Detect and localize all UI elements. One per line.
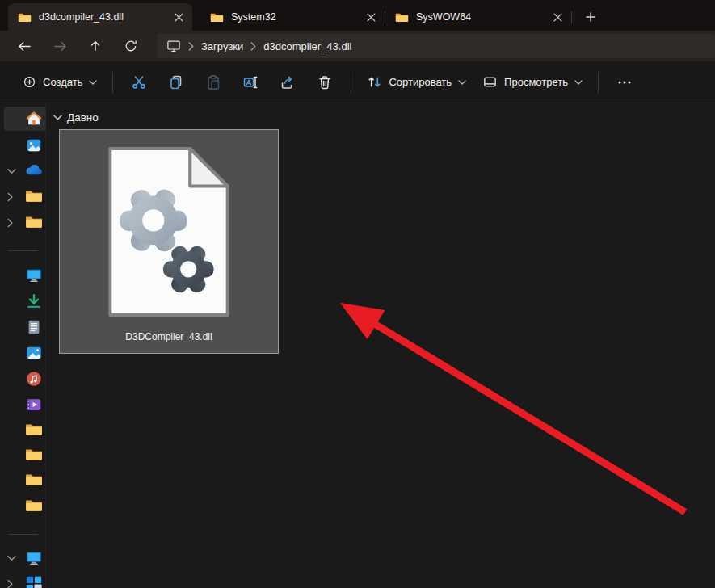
sidebar-item-downloads[interactable] — [0, 288, 46, 314]
back-arrow-icon — [18, 40, 32, 52]
sidebar-item-onedrive[interactable] — [0, 158, 46, 184]
paste-button[interactable] — [195, 69, 232, 96]
desktop-icon — [25, 267, 43, 284]
this-pc-icon — [166, 40, 181, 52]
group-header[interactable]: Давно — [53, 111, 99, 124]
sidebar-item-documents[interactable] — [0, 314, 46, 340]
sidebar-item-folder[interactable] — [0, 443, 46, 468]
network-icon — [25, 575, 43, 588]
tab-label: d3dcompiler_43.dll — [39, 11, 164, 23]
this-pc-icon — [25, 549, 43, 567]
plus-icon — [586, 12, 595, 22]
chevron-down-icon — [458, 80, 466, 85]
file-name-label: D3DCompiler_43.dll — [125, 331, 212, 342]
folder-icon — [25, 422, 43, 439]
sidebar-divider — [8, 534, 38, 535]
sidebar-item-folder[interactable] — [0, 184, 46, 210]
tab-separator — [571, 11, 572, 23]
documents-icon — [25, 318, 43, 336]
chevron-right-icon[interactable] — [7, 580, 13, 588]
navigation-pane — [0, 103, 46, 588]
forward-button[interactable] — [44, 34, 75, 58]
file-explorer-window: d3dcompiler_43.dll System32 SysWOW64 — [0, 0, 715, 588]
copy-icon — [168, 74, 184, 90]
folder-icon — [18, 11, 32, 23]
dll-file-icon — [102, 145, 236, 318]
chevron-down-icon[interactable] — [7, 169, 16, 174]
pictures-icon — [25, 344, 43, 362]
file-item-d3dcompiler[interactable]: D3DCompiler_43.dll — [59, 129, 279, 354]
chevron-down-icon — [574, 80, 583, 85]
folder-icon — [25, 188, 43, 206]
copy-button[interactable] — [158, 69, 195, 96]
chevron-down-icon[interactable] — [7, 556, 16, 561]
tab-label: SysWOW64 — [416, 11, 543, 23]
command-toolbar: Создать Сортировать Просмотр — [0, 61, 715, 103]
close-tab-icon[interactable] — [550, 10, 565, 24]
more-options-button[interactable] — [606, 69, 643, 96]
sidebar-item-gallery[interactable] — [0, 132, 46, 158]
rename-button[interactable] — [232, 69, 269, 96]
toolbar-divider — [112, 72, 113, 93]
new-tab-button[interactable] — [580, 6, 601, 27]
folder-icon — [25, 214, 43, 232]
ellipsis-icon — [616, 74, 633, 90]
chevron-right-icon[interactable] — [7, 193, 13, 202]
sidebar-item-folder[interactable] — [0, 468, 46, 494]
sidebar-item-folder[interactable] — [0, 494, 46, 519]
onedrive-icon — [25, 162, 43, 180]
sidebar-item-desktop[interactable] — [0, 262, 46, 288]
sort-button[interactable]: Сортировать — [359, 69, 474, 96]
refresh-button[interactable] — [116, 34, 146, 58]
share-icon — [280, 74, 296, 90]
folder-icon — [210, 11, 224, 23]
sidebar-item-music[interactable] — [0, 366, 46, 392]
sidebar-item-pictures[interactable] — [0, 340, 46, 366]
back-button[interactable] — [9, 34, 40, 58]
music-icon — [25, 370, 43, 388]
create-label: Создать — [43, 76, 82, 88]
view-icon — [482, 74, 498, 90]
tab-bar: d3dcompiler_43.dll System32 SysWOW64 — [0, 0, 715, 31]
main-area: Давно — [0, 103, 715, 588]
tab-syswow64[interactable]: SysWOW64 — [385, 3, 571, 31]
tab-d3dcompiler[interactable]: d3dcompiler_43.dll — [8, 3, 192, 31]
chevron-right-icon — [188, 42, 194, 51]
downloads-icon — [25, 292, 43, 310]
sidebar-divider — [8, 250, 38, 251]
gallery-icon — [25, 136, 43, 154]
breadcrumb-current-folder[interactable]: d3dcompiler_43.dll — [263, 40, 351, 52]
close-tab-icon[interactable] — [364, 10, 378, 24]
chevron-right-icon[interactable] — [7, 219, 13, 228]
rename-icon — [242, 74, 259, 90]
toolbar-divider — [598, 72, 599, 93]
sidebar-item-folder[interactable] — [0, 210, 46, 236]
breadcrumb-downloads[interactable]: Загрузки — [201, 40, 243, 52]
view-label: Просмотреть — [504, 76, 568, 88]
videos-icon — [25, 396, 43, 414]
sidebar-item-home[interactable] — [0, 106, 46, 132]
chevron-right-icon — [250, 42, 256, 51]
sidebar-item-folder[interactable] — [0, 418, 46, 443]
chevron-down-icon — [53, 115, 62, 120]
share-button[interactable] — [269, 69, 306, 96]
delete-button[interactable] — [306, 69, 343, 96]
view-button[interactable]: Просмотреть — [474, 69, 591, 96]
tab-system32[interactable]: System32 — [200, 3, 385, 31]
paste-icon — [205, 74, 221, 90]
cut-button[interactable] — [120, 69, 158, 96]
tab-label: System32 — [231, 11, 356, 23]
address-bar[interactable]: Загрузки d3dcompiler_43.dll — [157, 34, 715, 58]
folder-icon — [25, 472, 43, 489]
refresh-icon — [124, 40, 137, 52]
group-label: Давно — [67, 111, 99, 124]
sidebar-item-network[interactable] — [0, 571, 46, 588]
up-button[interactable] — [80, 34, 111, 58]
close-tab-icon[interactable] — [171, 10, 186, 24]
sidebar-item-videos[interactable] — [0, 392, 46, 418]
sidebar-item-this-pc[interactable] — [0, 545, 46, 571]
sort-label: Сортировать — [389, 76, 452, 88]
cut-icon — [131, 74, 147, 90]
create-button[interactable]: Создать — [15, 69, 105, 96]
toolbar-divider — [351, 72, 351, 93]
